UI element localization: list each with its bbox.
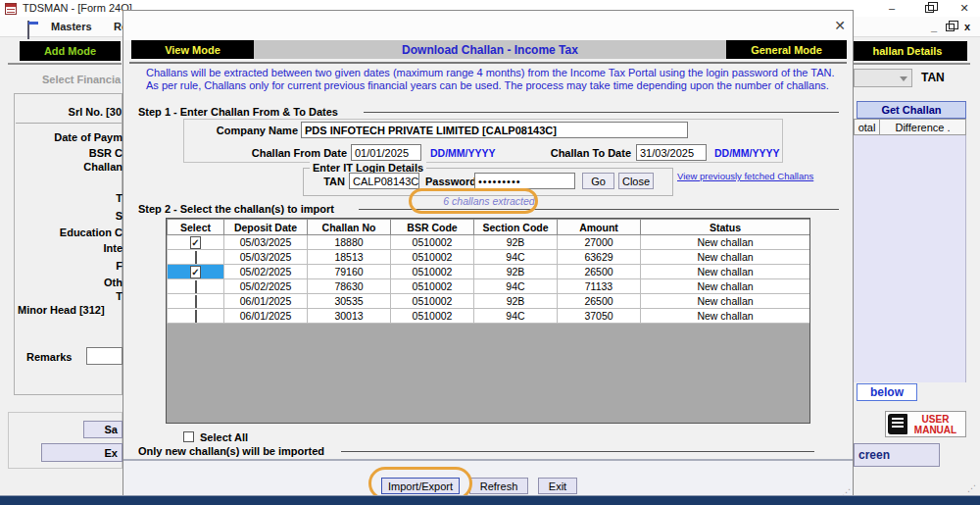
cell-section-code: 94C bbox=[474, 250, 558, 265]
cell-status: New challan bbox=[641, 279, 810, 294]
select-all-label: Select All bbox=[200, 431, 248, 443]
mdi-minimize-icon[interactable]: _ bbox=[927, 20, 941, 33]
row-checkbox[interactable] bbox=[195, 295, 197, 308]
company-name-label: Company Name bbox=[182, 125, 298, 136]
book-icon bbox=[888, 414, 907, 434]
cell-status: New challan bbox=[641, 250, 810, 265]
tan-heading: TAN bbox=[921, 71, 945, 84]
challan-from-date-input[interactable]: 01/01/2025 bbox=[351, 144, 421, 161]
mdi-close-icon[interactable]: x bbox=[960, 20, 974, 33]
field-label-date-of-payment: Date of Paym bbox=[16, 131, 122, 143]
cell-amount: 26500 bbox=[558, 265, 641, 279]
close-button[interactable]: Close bbox=[618, 173, 654, 189]
column-total: otal bbox=[854, 119, 880, 135]
cell-challan-no: 78630 bbox=[308, 279, 391, 294]
col-challan-no: Challan No bbox=[308, 220, 391, 235]
left-tab-underline bbox=[8, 63, 122, 65]
cell-deposit-date: 06/01/2025 bbox=[224, 294, 308, 309]
row-checkbox[interactable] bbox=[195, 251, 197, 264]
refresh-button[interactable]: Refresh bbox=[469, 478, 528, 494]
cell-amount: 27000 bbox=[558, 235, 641, 250]
cell-status: New challan bbox=[641, 265, 810, 279]
password-input[interactable]: ••••••••• bbox=[474, 173, 575, 189]
tab-view-mode[interactable]: View Mode bbox=[131, 40, 254, 59]
row-checkbox[interactable]: ✓ bbox=[190, 266, 200, 278]
tab-add-mode[interactable]: Add Mode bbox=[20, 41, 121, 61]
financial-year-label: Select Financia bbox=[42, 74, 121, 85]
cell-section-code: 92B bbox=[474, 294, 558, 309]
col-section-code: Section Code bbox=[474, 220, 558, 235]
dialog-title: Download Challan - Income Tax bbox=[254, 40, 726, 59]
cell-status: New challan bbox=[641, 309, 810, 324]
field-label-education-cess: Education C bbox=[16, 227, 122, 238]
user-manual-button[interactable]: USER MANUAL bbox=[885, 411, 966, 437]
field-label-challan: Challan bbox=[16, 161, 122, 173]
tab-general-mode[interactable]: General Mode bbox=[726, 40, 847, 59]
user-manual-label-1: USER bbox=[907, 414, 963, 425]
mdi-restore-icon[interactable] bbox=[943, 22, 956, 33]
window-resize-grip[interactable]: ⋰ bbox=[967, 483, 976, 493]
row-checkbox[interactable] bbox=[195, 310, 197, 323]
exit-button[interactable]: Exit bbox=[538, 478, 577, 494]
cell-section-code: 94C bbox=[474, 279, 558, 294]
go-button[interactable]: Go bbox=[582, 173, 614, 189]
cell-bsr-code: 0510002 bbox=[391, 279, 474, 294]
exit-button-background[interactable]: Ex bbox=[41, 443, 122, 462]
right-table-body bbox=[854, 135, 966, 382]
challan-to-date-input[interactable]: 31/03/2025 bbox=[636, 144, 707, 161]
step2-heading: Step 2 - Select the challan(s) to import bbox=[138, 203, 334, 215]
cell-status: New challan bbox=[641, 235, 810, 250]
chevron-down-icon bbox=[900, 76, 907, 81]
select-all-checkbox[interactable] bbox=[183, 431, 194, 442]
field-label-fee: F bbox=[16, 260, 122, 272]
user-manual-label-2: MANUAL bbox=[907, 425, 963, 435]
highlight-annotation-extracted-note bbox=[409, 188, 538, 214]
dialog-close-icon[interactable]: ✕ bbox=[829, 16, 851, 35]
col-select: Select bbox=[168, 220, 224, 235]
cell-challan-no: 30013 bbox=[308, 309, 391, 324]
close-icon[interactable]: ✕ bbox=[955, 1, 974, 15]
tan-label: TAN bbox=[316, 176, 345, 187]
cell-deposit-date: 05/02/2025 bbox=[224, 279, 308, 294]
download-challan-dialog: ✕ View Mode Download Challan - Income Ta… bbox=[122, 10, 854, 498]
table-row[interactable]: 06/01/2025 30013 0510002 94C 37050 New c… bbox=[168, 309, 810, 324]
table-row[interactable]: 05/03/2025 18513 0510002 94C 63629 New c… bbox=[168, 250, 810, 265]
cell-bsr-code: 0510002 bbox=[391, 294, 474, 309]
cell-section-code: 94C bbox=[474, 309, 558, 324]
tan-input[interactable]: CALP08143C bbox=[349, 173, 419, 189]
cell-bsr-code: 0510002 bbox=[391, 250, 474, 265]
screen-button[interactable]: creen bbox=[854, 443, 940, 467]
step1-rule bbox=[364, 112, 839, 113]
field-label-total: T bbox=[16, 290, 122, 302]
table-row[interactable]: 06/01/2025 30535 0510002 92B 26500 New c… bbox=[168, 294, 810, 309]
row-checkbox[interactable] bbox=[195, 280, 197, 293]
restore-icon[interactable] bbox=[919, 2, 939, 16]
step1-heading: Step 1 - Enter Challan From & To Dates bbox=[138, 106, 338, 118]
app-icon bbox=[5, 3, 17, 15]
table-row[interactable]: ✓ 05/03/2025 18880 0510002 92B 27000 New… bbox=[168, 235, 810, 250]
save-button[interactable]: Sa bbox=[83, 421, 122, 438]
cell-amount: 71133 bbox=[558, 279, 641, 294]
row-checkbox[interactable]: ✓ bbox=[190, 236, 200, 249]
form-icon bbox=[27, 21, 29, 39]
table-row[interactable]: ✓ 05/02/2025 79160 0510002 92B 26500 New… bbox=[168, 265, 810, 279]
company-name-input[interactable]: PDS INFOTECH PRIVATE LIMITED [CALP08143C… bbox=[301, 122, 688, 138]
column-difference: Difference . bbox=[879, 119, 966, 135]
col-deposit-date: Deposit Date bbox=[224, 220, 308, 235]
password-label: Password bbox=[425, 176, 476, 187]
below-text: below bbox=[857, 383, 917, 401]
table-row[interactable]: 05/02/2025 78630 0510002 94C 71133 New c… bbox=[168, 279, 810, 294]
cell-amount: 26500 bbox=[558, 294, 641, 309]
cell-deposit-date: 05/03/2025 bbox=[224, 250, 308, 265]
taskbar-strip bbox=[0, 495, 980, 505]
get-challan-button[interactable]: Get Challan bbox=[857, 101, 966, 119]
financial-year-combo[interactable] bbox=[854, 69, 912, 87]
menu-masters[interactable]: Masters bbox=[45, 17, 98, 36]
col-amount: Amount bbox=[558, 220, 641, 235]
tab-challan-details[interactable]: hallan Details bbox=[848, 41, 967, 61]
minimize-icon[interactable]: – bbox=[882, 1, 902, 15]
remarks-input[interactable] bbox=[86, 347, 122, 365]
srl-separator bbox=[16, 123, 122, 124]
view-fetched-challans-link[interactable]: View previously fetched Challans bbox=[677, 171, 813, 181]
cell-amount: 37050 bbox=[558, 309, 641, 324]
